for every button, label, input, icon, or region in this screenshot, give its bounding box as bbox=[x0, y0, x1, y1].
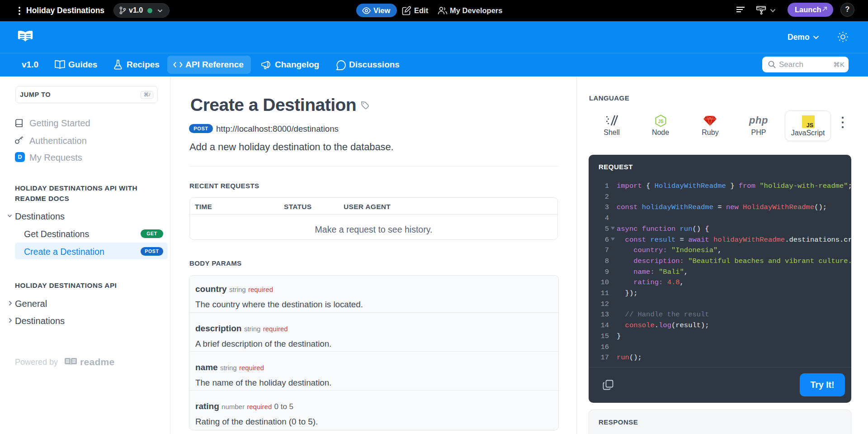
svg-text:JS: JS bbox=[658, 119, 664, 124]
